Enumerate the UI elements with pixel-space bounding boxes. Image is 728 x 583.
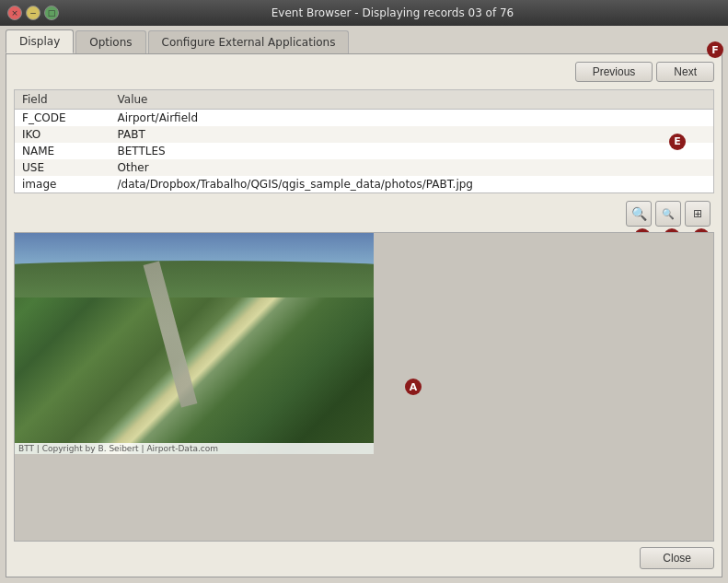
field-cell: IKO [15,126,110,143]
table-row: IKOPABT [15,126,713,143]
col-value: Value [110,90,713,110]
value-cell: /data/Dropbox/Trabalho/QGIS/qgis_sample_… [110,176,713,192]
fit-button[interactable]: ⊞ [685,201,711,227]
fit-icon: ⊞ [693,207,702,220]
badge-f: F [707,41,723,58]
value-cell: Other [110,159,713,176]
title-bar: × − □ Event Browser - Displaying records… [0,0,728,26]
maximize-window-button[interactable]: □ [44,6,59,20]
window-controls[interactable]: × − □ [7,6,59,20]
tab-options[interactable]: Options [75,30,145,53]
data-table: Field Value F_CODEAirport/AirfieldIKOPAB… [15,90,713,192]
badge-e: E [669,134,686,150]
bottom-row: Close [14,542,714,569]
window-body: Display Options Configure External Appli… [0,26,728,583]
table-row: image/data/Dropbox/Trabalho/QGIS/qgis_sa… [15,176,713,192]
minimize-window-button[interactable]: − [26,6,40,20]
attribute-table: Field Value F_CODEAirport/AirfieldIKOPAB… [14,89,714,193]
zoom-out-icon: 🔍 [662,208,675,220]
value-cell: Airport/Airfield [110,110,713,127]
field-cell: image [15,176,110,192]
field-cell: NAME [15,143,110,159]
content-area: Previous Next F Field Value F_CODEAirpor… [6,53,722,577]
badge-a: A [405,379,422,395]
table-row: USEOther [15,159,713,176]
image-section: 🔍 B 🔍 C ⊞ D [14,201,714,542]
previous-button[interactable]: Previous [575,62,653,82]
tab-bar: Display Options Configure External Appli… [6,29,722,53]
image-frame: A BTT | Copyright by B. Seibert | Airpor… [14,232,714,542]
zoom-in-icon: 🔍 [631,206,647,221]
field-cell: F_CODE [15,110,110,127]
next-button[interactable]: Next [656,62,714,82]
value-cell: BETTLES [110,143,713,159]
col-field: Field [15,90,110,110]
window-title: Event Browser - Displaying records 03 of… [64,6,721,19]
nav-row: Previous Next F [14,62,714,82]
close-button[interactable]: Close [640,547,714,569]
table-row: NAMEBETTLES [15,143,713,159]
value-cell: PABT [110,126,713,143]
image-toolbar: 🔍 B 🔍 C ⊞ D [14,201,714,227]
zoom-in-button[interactable]: 🔍 [626,201,652,227]
airport-photo: BTT | Copyright by B. Seibert | Airport-… [15,233,374,454]
field-cell: USE [15,159,110,176]
close-window-button[interactable]: × [7,6,22,20]
zoom-out-button[interactable]: 🔍 [655,201,681,227]
image-caption: BTT | Copyright by B. Seibert | Airport-… [15,443,374,454]
tab-display[interactable]: Display [6,29,74,53]
table-row: F_CODEAirport/Airfield [15,110,713,127]
tab-configure-external[interactable]: Configure External Applications [148,30,350,53]
